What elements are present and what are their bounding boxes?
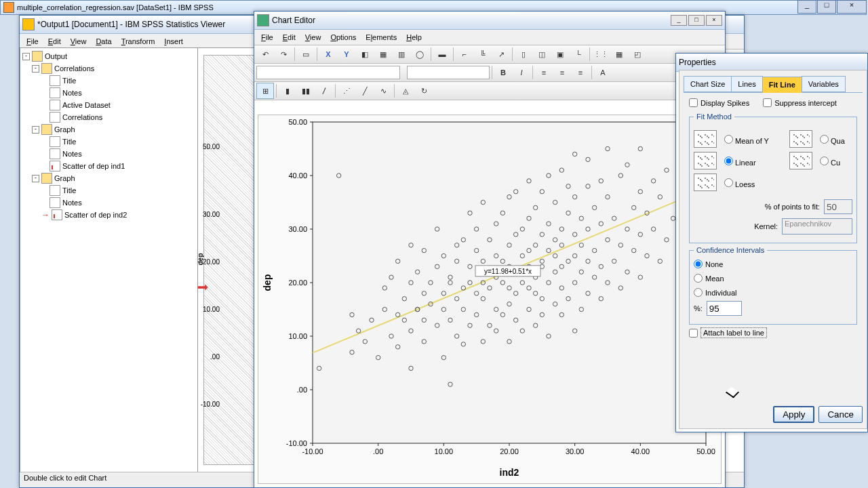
ce-menu-help[interactable]: Help [402, 31, 426, 43]
ce-menu-view[interactable]: View [301, 31, 326, 43]
tree-item-active[interactable]: Scatter of dep ind2 [64, 211, 127, 219]
attach-label-checkbox[interactable]: Attach label to line [689, 327, 857, 338]
tree-item[interactable]: Title [62, 186, 76, 195]
menu-transform[interactable]: Transform [117, 35, 159, 47]
fit-icon [694, 174, 717, 191]
apply-button[interactable]: Apply [773, 406, 814, 423]
label-button[interactable]: ◬ [397, 83, 414, 99]
radio-cubic[interactable]: Cu [816, 155, 840, 167]
italic-button[interactable]: I [513, 64, 530, 81]
tab-chart-size[interactable]: Chart Size [684, 76, 732, 92]
output-tree[interactable]: -Output -Correlations Title Notes Active… [20, 47, 200, 472]
toggle-icon[interactable]: - [22, 53, 30, 60]
curve-button[interactable]: ∿ [374, 83, 392, 99]
radio-loess[interactable]: Loess [721, 176, 755, 188]
tree-item[interactable]: Active Dataset [62, 101, 111, 109]
cancel-button[interactable]: Cance [818, 406, 863, 423]
suppress-intercept-checkbox[interactable]: Suppress intercept [763, 98, 837, 107]
tree-graph1[interactable]: Graph [54, 125, 75, 134]
radio-ci-mean[interactable]: Mean [694, 274, 852, 283]
menu-view[interactable]: View [66, 35, 91, 47]
ci-pct-input[interactable] [707, 301, 742, 316]
radio-ci-none[interactable]: None [694, 260, 852, 268]
radio-mean-y[interactable]: Mean of Y [721, 133, 769, 145]
align-left-button[interactable]: ≡ [535, 64, 553, 81]
trend-button[interactable]: ↗ [492, 46, 510, 62]
bar-button[interactable]: ▯ [515, 46, 532, 62]
svg-text:10.00: 10.00 [435, 447, 454, 455]
tree-item[interactable]: Notes [62, 199, 82, 207]
tree-item[interactable]: Notes [62, 89, 82, 97]
text-color-button[interactable]: A [594, 64, 612, 81]
chart-type-button[interactable]: └ [570, 46, 587, 62]
chart-type-button[interactable]: ◫ [533, 46, 551, 62]
font-combo[interactable] [256, 66, 400, 79]
close-button[interactable]: × [706, 15, 722, 26]
tree-item[interactable]: Notes [62, 150, 82, 158]
radio-ci-individual[interactable]: Individual [694, 288, 852, 297]
status-text: Double click to edit Chart [24, 474, 106, 482]
ce-menu-elements[interactable]: Elements [361, 31, 401, 43]
line-chart-button[interactable]: 〳 [315, 83, 333, 99]
toggle-icon[interactable]: - [32, 65, 39, 73]
menu-edit[interactable]: Edit [44, 35, 65, 47]
tree-graph2[interactable]: Graph [54, 174, 75, 182]
refresh-button[interactable]: ↻ [415, 83, 433, 99]
tool-button[interactable]: ▦ [374, 46, 392, 62]
chart-canvas[interactable]: -10.00.0010.0020.0030.0040.0050.00-10.00… [258, 115, 722, 484]
tree-root[interactable]: Output [45, 52, 67, 60]
bold-button[interactable]: B [494, 64, 512, 81]
properties-button[interactable]: ▭ [297, 46, 315, 62]
os-maximize-button[interactable]: □ [817, 0, 836, 14]
ce-menu-edit[interactable]: Edit [279, 31, 300, 43]
marker-button[interactable]: ◧ [356, 46, 374, 62]
tree-item[interactable]: Title [62, 77, 76, 85]
grid-button[interactable]: ▦ [610, 46, 628, 62]
tree-item[interactable]: Scatter of dep ind1 [62, 162, 125, 170]
align-right-button[interactable]: ≡ [572, 64, 589, 81]
properties-titlebar[interactable]: Properties [676, 54, 867, 72]
undo-button[interactable]: ↶ [256, 46, 274, 62]
y-axis-button[interactable]: Y [338, 46, 355, 62]
chart-button[interactable]: ◰ [629, 46, 646, 62]
toggle-icon[interactable]: - [32, 175, 39, 182]
radio-quadratic[interactable]: Qua [816, 133, 845, 145]
os-minimize-button[interactable]: _ [797, 0, 816, 14]
minimize-button[interactable]: _ [671, 15, 687, 26]
axis-toggle-button[interactable]: ⌐ [456, 46, 473, 62]
x-axis-button[interactable]: X [319, 46, 337, 62]
radio-linear[interactable]: Linear [721, 155, 756, 167]
tab-fit-line[interactable]: Fit Line [762, 77, 802, 93]
ce-menu-file[interactable]: File [257, 31, 277, 43]
page-icon [50, 75, 60, 86]
menu-insert[interactable]: Insert [160, 35, 187, 47]
chart-editor-window: Chart Editor _ □ × File Edit View Option… [254, 11, 726, 488]
tree-item[interactable]: Correlations [62, 113, 102, 121]
grid-button[interactable]: ╚ [474, 46, 492, 62]
tool-button[interactable]: ▥ [393, 46, 410, 62]
display-spikes-checkbox[interactable]: Display Spikes [689, 98, 749, 107]
tool-button[interactable]: ▬ [433, 46, 451, 62]
grid-dots-button[interactable]: ⋮⋮ [592, 46, 610, 62]
chart-editor-titlebar[interactable]: Chart Editor _ □ × [254, 12, 725, 30]
tab-lines[interactable]: Lines [731, 76, 762, 92]
lasso-button[interactable]: ◯ [411, 46, 429, 62]
align-center-button[interactable]: ≡ [553, 64, 571, 81]
chart-type-button[interactable]: ▣ [551, 46, 569, 62]
histogram-button[interactable]: ▮▮ [297, 83, 315, 99]
os-close-button[interactable]: × [837, 0, 867, 14]
scatter-button[interactable]: ⋰ [338, 83, 355, 99]
maximize-button[interactable]: □ [688, 15, 705, 26]
menu-file[interactable]: File [22, 35, 43, 47]
toggle-icon[interactable]: - [32, 126, 39, 134]
fit-line-button[interactable]: ╱ [356, 83, 374, 99]
menu-data[interactable]: Data [92, 35, 115, 47]
tree-correlations[interactable]: Correlations [54, 64, 94, 73]
tree-item[interactable]: Title [62, 138, 76, 146]
select-tool-button[interactable]: ⊞ [256, 83, 274, 99]
size-combo[interactable] [407, 66, 490, 79]
ce-menu-options[interactable]: Options [326, 31, 360, 43]
redo-button[interactable]: ↷ [275, 46, 292, 62]
bar-chart-button[interactable]: ▮ [279, 83, 296, 99]
tab-variables[interactable]: Variables [802, 76, 846, 92]
